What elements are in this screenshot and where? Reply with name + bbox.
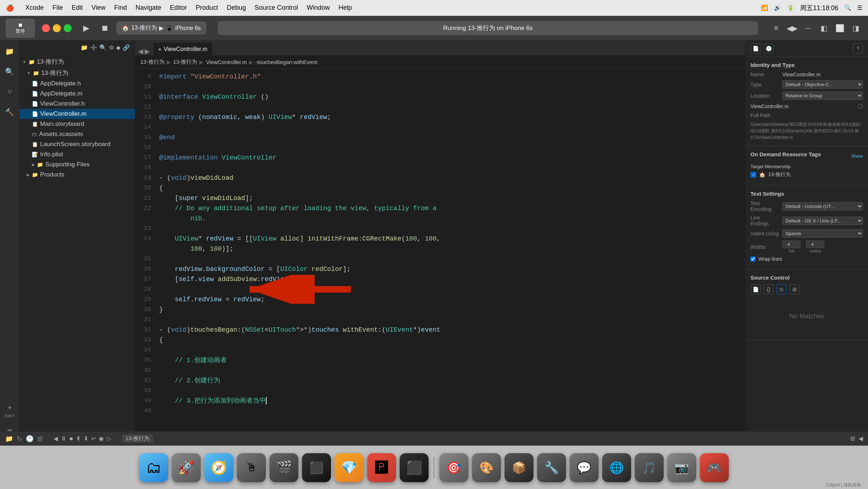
- plus-icon[interactable]: ➕: [90, 44, 97, 51]
- file-item[interactable]: ▶ 📁 Supporting Files: [20, 160, 135, 170]
- stop-square-button[interactable]: ⏹: [98, 21, 112, 35]
- traffic-light-maximize[interactable]: [64, 24, 72, 32]
- show-button[interactable]: Show: [851, 153, 863, 159]
- panel-history-icon[interactable]: 🕐: [763, 43, 774, 54]
- dock-imovie[interactable]: 🎬: [269, 453, 298, 482]
- dock-safari[interactable]: 🧭: [204, 453, 233, 482]
- refresh-icon[interactable]: ↻: [17, 435, 22, 443]
- sc-history-icon[interactable]: ⊙: [776, 284, 787, 294]
- nav-forward-button[interactable]: ▶: [145, 47, 150, 55]
- file-item[interactable]: ▶ 📁 Products: [20, 170, 135, 180]
- wrap-lines-checkbox[interactable]: [750, 256, 756, 261]
- scheme-selector[interactable]: 🏠 13-推行为 ▶ 📱 iPhone 6s: [116, 22, 206, 34]
- search-explorer-icon[interactable]: 🔍: [99, 44, 107, 51]
- menu-file[interactable]: File: [52, 4, 63, 12]
- breadcrumb-item-3[interactable]: -touchesBegan:withEvent:: [255, 59, 318, 65]
- clock-bottom-icon[interactable]: 🕐: [26, 435, 34, 443]
- ctrl-step-in-button[interactable]: ↩: [91, 435, 96, 442]
- menu-icon[interactable]: ☰: [857, 4, 862, 11]
- dock-app9[interactable]: 📷: [667, 453, 696, 482]
- sc-diff-icon[interactable]: {}: [763, 284, 774, 294]
- source-control-icon[interactable]: ⑂: [3, 85, 17, 99]
- reveal-icon[interactable]: ⬡: [858, 103, 863, 110]
- menu-source-control[interactable]: Source Control: [255, 4, 298, 12]
- run-button[interactable]: ▶: [79, 21, 93, 35]
- file-item[interactable]: ▼ 📁 13-推行为: [20, 56, 135, 67]
- menu-xcode[interactable]: Xcode: [25, 4, 44, 12]
- file-item[interactable]: 📄 AppDelegate.m: [20, 89, 135, 99]
- dock-finder[interactable]: 🗂: [139, 453, 168, 482]
- menu-navigate[interactable]: Navigate: [136, 4, 161, 12]
- diamond-icon[interactable]: ◆: [116, 44, 120, 51]
- dock-app1[interactable]: ⬛: [400, 453, 429, 482]
- grid-icon[interactable]: ⊞: [37, 435, 43, 443]
- menu-editor[interactable]: Editor: [170, 4, 187, 12]
- file-item[interactable]: ▼ 📁 13-推行为: [20, 67, 135, 78]
- sc-blame-icon[interactable]: ⊞: [790, 284, 800, 294]
- stop-button[interactable]: ⏹ 暂停: [6, 19, 35, 38]
- layout-grid-button[interactable]: ⊞: [850, 435, 855, 442]
- breadcrumb-item-2[interactable]: ViewController.m: [206, 59, 247, 65]
- help-icon[interactable]: ?: [853, 43, 863, 54]
- folder-bottom-icon[interactable]: 📁: [5, 435, 13, 443]
- menu-find[interactable]: Find: [114, 4, 127, 12]
- menu-product[interactable]: Product: [196, 4, 218, 12]
- panel-right-button[interactable]: ◨: [849, 22, 862, 35]
- tab-width-input[interactable]: [782, 241, 800, 248]
- menu-help[interactable]: Help: [339, 4, 352, 12]
- ctrl-stop-button[interactable]: ■: [69, 435, 73, 442]
- menu-debug[interactable]: Debug: [227, 4, 246, 12]
- dock-mouse[interactable]: 🖱: [237, 453, 266, 482]
- ctrl-debug-button[interactable]: ◉: [99, 435, 104, 442]
- navigator-toggle-button[interactable]: ◀▶: [786, 22, 799, 35]
- breadcrumb-item-0[interactable]: 13-推行为: [140, 59, 165, 65]
- location-select[interactable]: Relative to Group: [782, 92, 863, 100]
- panel-file-icon[interactable]: 📄: [750, 43, 761, 54]
- encoding-select[interactable]: Default - Unicode (UT...: [782, 202, 863, 211]
- search-activity-icon[interactable]: 🔍: [3, 64, 17, 79]
- search-icon[interactable]: 🔍: [844, 4, 851, 11]
- nav-back-button[interactable]: ◀: [138, 47, 143, 55]
- file-item[interactable]: 📋 Main.storyboard: [20, 119, 135, 129]
- link-icon[interactable]: 🔗: [123, 44, 130, 51]
- file-item[interactable]: 📄 AppDelegate.h: [20, 78, 135, 89]
- traffic-light-close[interactable]: [42, 24, 50, 32]
- layout-button[interactable]: ↔: [801, 22, 814, 35]
- dock-app10[interactable]: 🎮: [700, 453, 729, 482]
- target-checkbox[interactable]: [750, 172, 756, 178]
- folder-icon[interactable]: 📁: [3, 44, 17, 59]
- dock-app7[interactable]: 🌐: [602, 453, 631, 482]
- file-item[interactable]: 🗃 Assets.xcassets: [20, 129, 135, 139]
- indent-width-input[interactable]: [806, 241, 824, 248]
- dock-app8[interactable]: 🎵: [635, 453, 664, 482]
- file-item[interactable]: 📋 LaunchScreen.storyboard: [20, 139, 135, 149]
- file-item-active[interactable]: 📄 ViewController.m: [20, 109, 135, 119]
- menu-view[interactable]: View: [92, 4, 106, 12]
- folder-new-icon[interactable]: 📁: [81, 44, 88, 51]
- file-item[interactable]: 📄 ViewController.h: [20, 99, 135, 109]
- ctrl-step-over-button[interactable]: ⬇: [84, 435, 88, 442]
- dock-launchpad[interactable]: 🚀: [172, 453, 201, 482]
- dock-app3[interactable]: 🎨: [472, 453, 501, 482]
- ctrl-pause-button[interactable]: ⏸: [61, 435, 67, 442]
- traffic-light-minimize[interactable]: [53, 24, 61, 32]
- file-item[interactable]: 📝 Info.plist: [20, 149, 135, 160]
- code-text[interactable]: #import "ViewController.h" @interface Vi…: [155, 69, 745, 446]
- menu-window[interactable]: Window: [307, 4, 330, 12]
- build-icon[interactable]: 🔨: [3, 105, 17, 119]
- apple-menu[interactable]: 🍎: [6, 4, 14, 12]
- dock-terminal[interactable]: ⬛: [302, 453, 331, 482]
- line-endings-select[interactable]: Default - OS X / Unix (LF...: [782, 217, 863, 225]
- sc-file-icon[interactable]: 📄: [750, 284, 761, 294]
- dock-app5[interactable]: 🔧: [537, 453, 566, 482]
- add-icon[interactable]: ＋: [3, 400, 17, 414]
- dock-pockity[interactable]: 🅿: [367, 453, 396, 482]
- panel-bottom-button[interactable]: ⬜: [833, 22, 846, 35]
- panel-left-button[interactable]: ◧: [817, 22, 830, 35]
- ctrl-back-button[interactable]: ◀: [54, 435, 58, 442]
- ctrl-step-out-button[interactable]: ⬆: [76, 435, 81, 442]
- dock-sketch[interactable]: 💎: [335, 453, 363, 482]
- indent-using-select[interactable]: Spaces: [782, 229, 863, 238]
- menu-edit[interactable]: Edit: [72, 4, 83, 12]
- navigate-back-button[interactable]: ◀: [859, 435, 863, 442]
